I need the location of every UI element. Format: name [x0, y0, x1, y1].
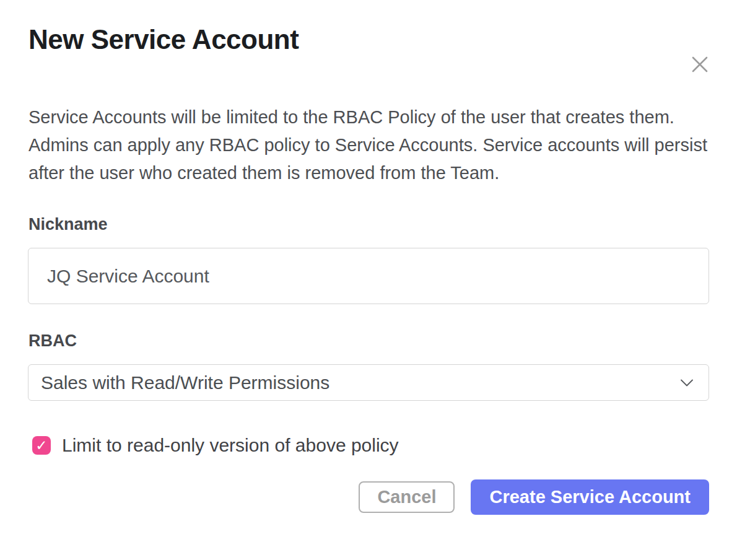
- check-icon: ✓: [35, 439, 47, 453]
- read-only-checkbox-row[interactable]: ✓ Limit to read-only version of above po…: [32, 435, 709, 456]
- close-button[interactable]: [689, 53, 711, 76]
- close-icon: [691, 55, 709, 74]
- rbac-selected-value: Sales with Read/Write Permissions: [41, 372, 329, 393]
- cancel-button[interactable]: Cancel: [359, 481, 455, 513]
- create-service-account-button[interactable]: Create Service Account: [471, 479, 709, 515]
- read-only-checkbox-label: Limit to read-only version of above poli…: [62, 435, 399, 456]
- nickname-field: Nickname: [28, 214, 709, 304]
- rbac-label: RBAC: [28, 331, 709, 351]
- nickname-input[interactable]: [28, 248, 709, 304]
- read-only-checkbox[interactable]: ✓: [32, 436, 51, 455]
- modal-description: Service Accounts will be limited to the …: [28, 103, 710, 187]
- new-service-account-modal: New Service Account Service Accounts wil…: [0, 24, 737, 560]
- modal-actions: Cancel Create Service Account: [28, 479, 709, 515]
- rbac-select[interactable]: Sales with Read/Write Permissions: [28, 364, 709, 401]
- modal-title: New Service Account: [28, 24, 709, 55]
- rbac-field: RBAC Sales with Read/Write Permissions: [28, 331, 709, 401]
- nickname-label: Nickname: [28, 214, 709, 235]
- chevron-down-icon: [680, 378, 694, 387]
